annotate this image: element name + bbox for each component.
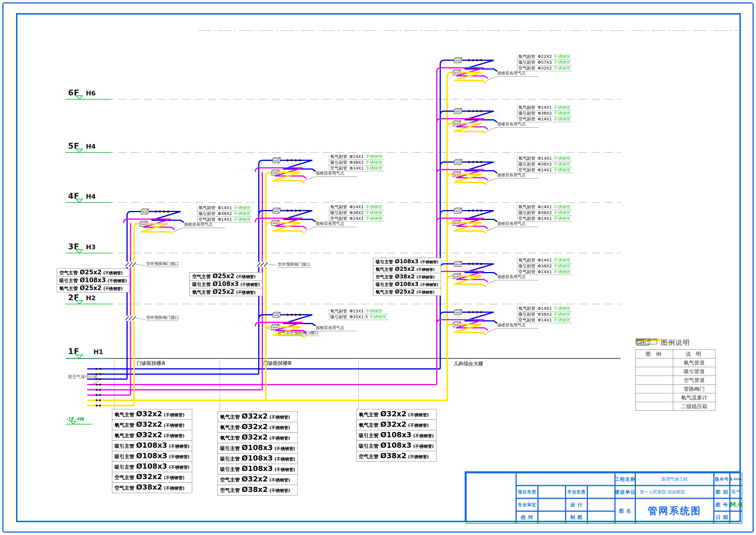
draft-label: 制 图 — [566, 511, 587, 524]
main-pipe-bus — [87, 368, 447, 407]
main-pipe-table-left: 空气主管Ø25x2(不锈钢管)吸引主管Ø108x3(不锈钢管)氧气主管Ø25x2… — [57, 268, 130, 293]
bus-pipe-row: 氧气主管Ø32x2(不锈钢管) — [357, 420, 436, 430]
legend-desc: 空气管道 — [673, 377, 715, 384]
branch-label-row: 空气副管Φ32X2不锈钢管 — [517, 66, 572, 71]
legend-desc: 吸引管道 — [673, 368, 715, 375]
sheet-name-value: 管网系统图 — [635, 498, 714, 524]
branch-usage-note: 接楼层各用气点 — [497, 221, 526, 226]
title-block-logo-cell — [466, 473, 516, 524]
floor-label: 2F — [68, 293, 79, 302]
bus-pipe-row: 空气主管Ø38x2(不锈钢管) — [218, 485, 297, 495]
branch-label-row: 空气副管Φ14X1不锈钢管 — [517, 269, 572, 275]
bus-pipe-row: 空气主管Ø38x2(不锈钢管) — [357, 451, 436, 462]
bus-pipe-row: 氧气主管Ø32x2(不锈钢管) — [357, 409, 436, 420]
building-label-a: 门诊医技楼A — [137, 360, 165, 367]
suction-line-swatch — [635, 367, 673, 376]
floor-marker-3f: 3FH3 — [68, 242, 96, 251]
branch-label-row: 氧气副管Φ14X1不锈钢管 — [517, 258, 572, 263]
main-pipe-row: 氧气主管Ø25x2(不锈钢管) — [373, 266, 441, 273]
version-label: 版本号 — [714, 473, 730, 486]
branch-label-row: 空气副管Φ14X1不锈钢管 — [517, 216, 572, 222]
bus-pipe-table-c: 氧气主管Ø32x2(不锈钢管)氧气主管Ø32x2(不锈钢管)吸引主管Ø108x3… — [356, 409, 436, 462]
bus-pipe-row: 氧气主管Ø32x2(不锈钢管) — [112, 430, 192, 441]
main-pipe-row: 空气主管Ø25x2(不锈钢管) — [57, 269, 129, 277]
branch-label-row: 空气副管Φ14X1不锈钢管 — [329, 165, 384, 171]
main-pipe-table-mid: 空气主管Ø25x2(不锈钢管)吸引主管Ø108x3(不锈钢管)氧气主管Ø25x2… — [190, 272, 262, 296]
pm-label: 项目负责 — [516, 486, 538, 498]
branch-label-row: 氧气副管Φ14X1不锈钢管 — [517, 155, 572, 161]
floor-label: 4F — [68, 191, 79, 200]
legend-col-desc: 说 明 — [673, 351, 715, 357]
review-value — [538, 498, 566, 511]
floor-marker-1f: 1FH1 — [68, 347, 103, 356]
bus-pipe-row: 吸引主管Ø108x3(不锈钢管) — [218, 454, 297, 464]
floor-label: 5F — [68, 141, 79, 151]
bus-pipe-row: 氧气主管Ø32x2(不锈钢管) — [112, 420, 192, 430]
valve-interface-note: 管井预留阀门接口 — [146, 315, 179, 321]
branch-label-table-c4: 氧气副管Φ14X1不锈钢管吸引副管Φ38X2不锈钢管空气副管Φ14X1不锈钢管 — [517, 204, 572, 222]
flow-meter-icon — [635, 393, 673, 402]
check-label: 校 对 — [516, 511, 538, 524]
legend-row: 管路阀门 — [635, 384, 715, 393]
branch-label-table-b1: 氧气副管Φ14X1不锈钢管吸引副管Φ38X2不锈钢管空气副管Φ14X1不锈钢管 — [329, 154, 384, 171]
floor-marker-b1f: -1F -H8 — [66, 417, 84, 422]
branch-label-row: 吸引副管Φ38X2不锈钢管 — [517, 263, 572, 269]
bus-pipe-row: 吸引主管Ø108x3(不锈钢管) — [112, 441, 192, 451]
bus-pipe-row: 吸引主管Ø108x3(不锈钢管) — [357, 441, 436, 451]
date-label: 日 期 — [714, 511, 730, 524]
branch-label-table-b3: 氧气副管Φ15X1不锈钢管吸引副管Φ35X1.5不锈钢管 — [329, 308, 388, 320]
legend-table: 图 例 说 明 氧气管道 吸引管道 空气管道 管路阀门 氧气流量计 — [635, 350, 716, 411]
branch-usage-note: 接楼层各用气点 — [316, 221, 344, 226]
client-value: 第一人民医院 综合医院 — [635, 486, 714, 498]
floor-code: H4 — [86, 143, 96, 150]
review-label: 专业审定 — [516, 498, 538, 511]
branch-label-table-b2: 氧气副管Φ14X1不锈钢管吸引副管Φ38X2不锈钢管空气副管Φ14X1不锈钢管 — [329, 204, 384, 222]
building-label-b: 门诊医技楼B — [263, 360, 292, 367]
branch-label-row: 氧气副管Φ14X1不锈钢管 — [517, 204, 572, 210]
branch-label-row: 空气副管Φ14X1不锈钢管 — [329, 216, 384, 222]
legend-header-row: 图 例 说 明 — [635, 350, 715, 358]
project-name-value: 医用气体工程 — [635, 473, 714, 486]
version-value: 施-XHA1 — [730, 473, 742, 486]
title-block-blank-cell — [516, 473, 615, 486]
branch-usage-note: 接楼层各用气点 — [497, 323, 526, 328]
branch-label-row: 吸引副管Φ38X2不锈钢管 — [329, 160, 384, 165]
branch-usage-note: 接楼层各用气点 — [184, 222, 213, 227]
bus-pipe-row: 空气主管Ø32x2(不锈钢管) — [218, 474, 297, 485]
branch-label-row: 氧气副管Φ14X1不锈钢管 — [517, 306, 572, 312]
floor-marker-2f: 2FH2 — [68, 293, 96, 302]
legend-row: 空气管道 — [635, 376, 715, 384]
legend-col-symbol: 图 例 — [635, 350, 673, 358]
main-pipe-row: 吸引主管Ø108x3(不锈钢管) — [190, 280, 262, 288]
legend-row: 氧气管道 — [635, 358, 715, 367]
branch-label-row: 吸引副管Φ38X2不锈钢管 — [329, 210, 384, 216]
floor-code: -H8 — [76, 417, 84, 422]
branch-label-table-c5: 氧气副管Φ14X1不锈钢管吸引副管Φ38X2不锈钢管空气副管Φ14X1不锈钢管 — [517, 258, 572, 275]
valve-icon — [635, 384, 673, 393]
branch-label-table-c6: 氧气副管Φ14X1不锈钢管吸引副管Φ38X2不锈钢管空气副管Φ14X1不锈钢管 — [517, 306, 572, 323]
branch-label-row: 吸引副管Φ38X2不锈钢管 — [517, 111, 572, 116]
project-name-label: 工程名称 — [615, 473, 635, 486]
floor-marker-4f: 4FH4 — [68, 191, 96, 200]
branch-label-row: 吸引副管Φ38X2不锈钢管 — [517, 312, 572, 317]
air-line-swatch — [635, 376, 673, 384]
branch-label-row: 空气副管Φ14X1不锈钢管 — [197, 217, 253, 223]
riser-a — [127, 215, 134, 406]
legend: 图例说明 图 例 说 明 氧气管道 吸引管道 空气管道 管路阀门 — [635, 338, 716, 411]
oxygen-line-swatch — [635, 358, 673, 367]
legend-desc: 二级稳压箱 — [673, 403, 715, 410]
drawing-sheet: 6FH6 5FH4 4FH4 3FH3 2FH2 1FH1 -1F -H8 门诊… — [0, 0, 756, 535]
branch-label-row: 吸引副管Φ35X1.5不锈钢管 — [329, 314, 388, 320]
category-label: 图 别 — [714, 486, 730, 498]
main-pipe-row: 空气主管Ø38x2(不锈钢管) — [373, 273, 441, 281]
bus-pipe-row: 吸引主管Ø108x3(不锈钢管) — [112, 451, 192, 462]
bus-pipe-row: 空气主管Ø32x2(不锈钢管) — [112, 472, 192, 483]
floor-label: 3F — [68, 242, 79, 251]
floor-label: -1F — [66, 417, 74, 422]
floor-lines — [67, 31, 740, 358]
check-value — [538, 511, 566, 524]
bus-pipe-row: 空气主管Ø38x2(不锈钢管) — [112, 483, 192, 493]
floor-code: H2 — [86, 295, 96, 302]
branch-label-table-c1: 氧气副管Φ22X2不锈钢管吸引副管Φ57X3不锈钢管空气副管Φ32X2不锈钢管 — [517, 54, 572, 71]
title-block: 工程名称 医用气体工程 版本号 施-XHA1 项目负责 专业负责 建设单位 第一… — [465, 471, 741, 522]
